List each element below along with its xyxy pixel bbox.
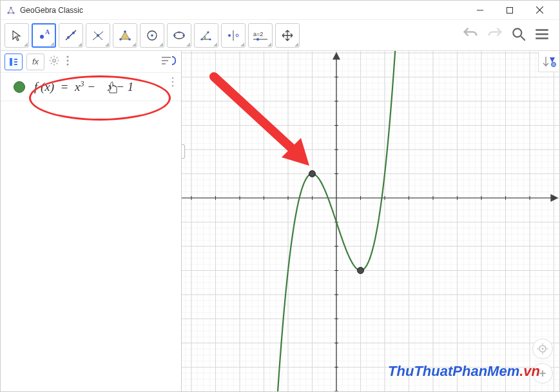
svg-point-25 — [209, 38, 211, 40]
svg-line-9 — [66, 30, 76, 40]
svg-point-24 — [200, 38, 202, 40]
svg-line-230 — [214, 77, 294, 151]
style-bar-toggle[interactable] — [538, 52, 559, 72]
svg-point-29 — [236, 34, 238, 37]
point-local-max[interactable] — [309, 171, 316, 177]
sort-icon[interactable] — [160, 55, 177, 69]
fx-button[interactable]: fx — [26, 54, 44, 70]
svg-rect-38 — [10, 58, 12, 66]
algebra-row[interactable]: f (x) = x3 − x − 1 — [1, 73, 181, 101]
svg-point-7 — [40, 35, 44, 39]
splitter-handle[interactable] — [182, 144, 185, 159]
svg-point-44 — [67, 59, 69, 61]
algebra-view: fx f (x) = x3 − x − 1 — [1, 51, 182, 391]
point-tool-button[interactable]: A — [32, 23, 56, 48]
svg-point-26 — [207, 31, 209, 33]
hamburger-menu-button[interactable] — [534, 26, 550, 45]
svg-point-23 — [178, 31, 180, 33]
move-graphic-tool-button[interactable] — [275, 23, 300, 48]
svg-point-50 — [172, 81, 174, 83]
undo-button[interactable] — [461, 25, 479, 46]
graphics-view[interactable]: + ThuThuatPhanMem.vn — [182, 51, 559, 391]
expression-text[interactable]: f (x) = x3 − x − 1 — [34, 79, 133, 94]
algebra-list-toggle[interactable] — [5, 54, 23, 70]
svg-point-22 — [182, 34, 184, 36]
algebra-toolbar: fx — [1, 51, 181, 73]
svg-point-21 — [173, 34, 175, 36]
svg-point-49 — [172, 77, 174, 79]
svg-point-19 — [151, 34, 153, 37]
close-button[interactable] — [525, 1, 554, 20]
circle-tool-button[interactable] — [140, 23, 164, 48]
svg-text:A: A — [45, 28, 50, 35]
svg-point-15 — [119, 38, 122, 41]
svg-text:a=2: a=2 — [253, 31, 263, 37]
redo-button[interactable] — [486, 25, 504, 46]
main-toolbar: A a=2 — [1, 20, 559, 51]
svg-point-33 — [513, 28, 521, 37]
svg-point-231 — [551, 62, 555, 66]
app-logo-icon — [6, 5, 16, 15]
recenter-button[interactable] — [532, 338, 553, 359]
svg-point-16 — [124, 30, 126, 33]
svg-point-45 — [67, 63, 69, 65]
svg-point-233 — [542, 348, 544, 350]
minimize-button[interactable] — [465, 1, 495, 20]
svg-line-34 — [521, 36, 525, 41]
conic-tool-button[interactable] — [167, 23, 191, 48]
svg-point-32 — [256, 38, 259, 41]
line-tool-button[interactable] — [59, 23, 83, 48]
zoom-in-button[interactable]: + — [532, 363, 553, 384]
perp-line-tool-button[interactable] — [86, 23, 110, 48]
polygon-tool-button[interactable] — [113, 23, 137, 48]
svg-point-14 — [97, 34, 99, 37]
angle-tool-button[interactable] — [194, 23, 218, 48]
visibility-dot[interactable] — [14, 81, 25, 93]
window-controls — [465, 1, 554, 20]
slider-tool-button[interactable]: a=2 — [248, 23, 273, 48]
transform-tool-button[interactable] — [221, 23, 246, 48]
svg-point-51 — [172, 85, 174, 87]
graph-canvas[interactable] — [182, 51, 559, 391]
search-button[interactable] — [510, 26, 527, 45]
title-bar: GeoGebra Classic — [1, 1, 559, 20]
kebab-icon[interactable] — [64, 55, 72, 69]
move-tool-button[interactable] — [5, 23, 29, 48]
settings-gear-icon[interactable] — [48, 55, 60, 69]
window-title: GeoGebra Classic — [20, 6, 465, 15]
svg-point-42 — [53, 59, 56, 62]
svg-point-17 — [128, 38, 131, 41]
svg-point-28 — [228, 34, 231, 37]
maximize-button[interactable] — [495, 1, 525, 20]
svg-point-43 — [67, 55, 69, 57]
point-local-min[interactable] — [358, 268, 364, 274]
svg-rect-4 — [507, 7, 513, 13]
svg-point-11 — [72, 32, 75, 34]
row-kebab-icon[interactable] — [169, 77, 176, 90]
svg-point-10 — [67, 36, 70, 39]
